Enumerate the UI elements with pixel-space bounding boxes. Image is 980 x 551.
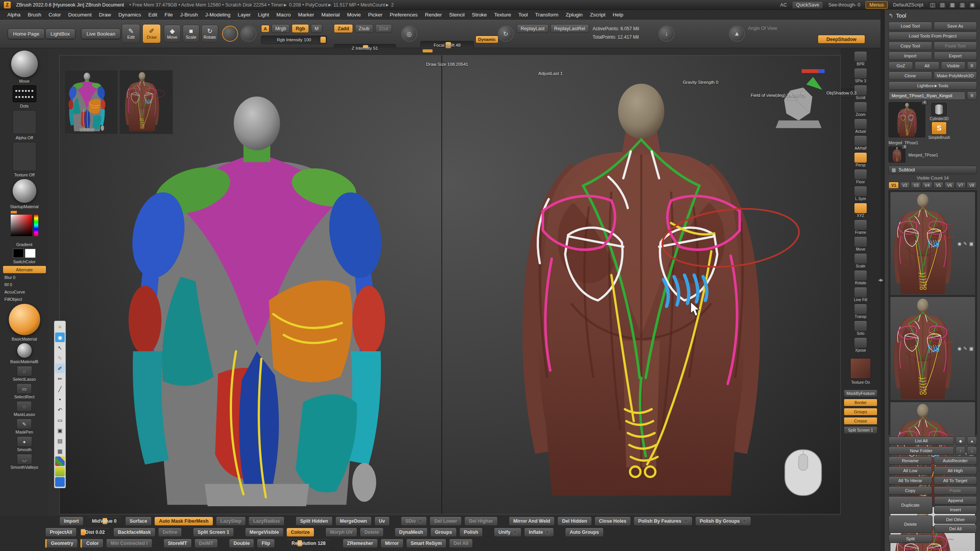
all-low-button[interactable]: All Low (889, 466, 932, 475)
all-to-hierarchy-button[interactable]: All To Hierar (889, 476, 932, 485)
autoreorder-button[interactable]: AutoReorder (934, 456, 977, 465)
split-button[interactable]: Split (889, 535, 933, 543)
bottom-button[interactable]: LazyStep (216, 517, 246, 526)
a-toggle[interactable]: A (261, 25, 270, 33)
shelf-button[interactable]: Xpose (854, 337, 867, 353)
visibility-eye-icon[interactable]: ◉ (957, 241, 961, 246)
menu-item[interactable]: Light (255, 11, 273, 18)
goz-r-button[interactable]: R (967, 62, 977, 70)
zcut-button[interactable]: Zcut (375, 24, 392, 33)
alternate-button[interactable]: Alternate (3, 266, 46, 273)
current-brush-thumbnail[interactable] (11, 51, 38, 77)
gravity-icon[interactable]: ↓ (658, 26, 675, 42)
bottom-button[interactable]: Import (59, 517, 83, 526)
bottom-button[interactable]: MergeVisible (245, 528, 284, 537)
accucurve-button[interactable]: AccuCurve (3, 289, 46, 295)
bottom-button[interactable]: Groups (430, 528, 456, 537)
replay-last-button[interactable]: ReplayLast (517, 24, 549, 33)
duplicate-button[interactable]: Duplicate (889, 496, 933, 514)
lightbox-button[interactable]: LightBox (45, 29, 75, 39)
shelf-button[interactable]: Actual (854, 119, 867, 134)
menu-item[interactable]: Document (65, 11, 95, 18)
del-other-button[interactable]: Del Other (934, 515, 977, 524)
bottom-button[interactable]: Smart ReSym (406, 539, 446, 548)
layout-icon[interactable]: ▤ (939, 2, 946, 8)
menu-item[interactable]: Stencil (446, 11, 468, 18)
groups-button[interactable]: Groups (844, 408, 877, 416)
copy-tool-button[interactable]: Copy Tool (889, 42, 932, 50)
fillobject-button[interactable]: FillObject (3, 297, 46, 302)
palette-blue-swatch[interactable] (55, 477, 65, 487)
menu-item[interactable]: Texture (491, 11, 514, 18)
switch-color-swatches[interactable] (13, 249, 36, 258)
shelf-button[interactable]: AAHalf (854, 135, 867, 151)
menu-item[interactable]: Zscript (586, 11, 609, 18)
bottom-button[interactable]: Split Screen 1 (193, 528, 234, 537)
bottom-button[interactable]: Colorize (286, 528, 314, 537)
menu-item[interactable]: Dynamics (115, 11, 144, 18)
bottom-button[interactable]: Mirror And Weld (509, 517, 555, 526)
menu-item[interactable]: J-Modeling (202, 11, 234, 18)
bottom-button[interactable]: Del Lower (430, 517, 462, 526)
insert-button[interactable]: Insert (934, 505, 977, 514)
export-button[interactable]: Export (934, 52, 977, 60)
divider-arrows-icon[interactable]: ◀▶ (878, 278, 882, 282)
version-tab[interactable]: V8 (967, 182, 977, 189)
bottom-button[interactable]: Unify (494, 528, 521, 537)
menu-item[interactable]: Tool (515, 11, 531, 18)
cylinder3d-thumbnail[interactable] (931, 103, 947, 116)
menu-item[interactable]: Help (609, 11, 627, 18)
load-tool-button[interactable]: Load Tool (889, 22, 932, 30)
basic-material-b-thumbnail[interactable] (17, 343, 32, 358)
bottom-button[interactable]: Double (229, 539, 254, 548)
mask-pen-brush[interactable]: ✎ MaskPen (16, 419, 33, 435)
smooth-valleys-brush[interactable]: ◡ SmoothValleys (10, 454, 38, 470)
alpha-thumbnail[interactable] (13, 110, 36, 134)
color-picker[interactable] (11, 211, 38, 241)
menu-item[interactable]: Stroke (469, 11, 490, 18)
15겹[interactable]: 15겹 ◉ ✎ ▣ (890, 297, 975, 400)
shelf-button[interactable]: Persp (854, 152, 867, 168)
dot-tool-icon[interactable]: • (55, 395, 65, 404)
visibility-eye-icon[interactable]: ◉ (957, 346, 961, 351)
menu-item[interactable]: Transform (532, 11, 562, 18)
version-tab[interactable]: V7 (956, 182, 966, 189)
bottom-button[interactable]: Del Hidden (557, 517, 591, 526)
bottom-button[interactable]: Color (80, 539, 103, 548)
all-to-target-button[interactable]: All To Target (934, 476, 977, 485)
render-cube-icon[interactable]: ▣ (969, 346, 973, 351)
menu-item[interactable]: Alpha (4, 11, 24, 18)
new-folder-button[interactable]: New Folder (889, 447, 954, 455)
trash-icon[interactable]: ▭ (55, 415, 65, 425)
menu-item[interactable]: Marker (295, 11, 318, 18)
bottom-button[interactable]: ProjectAll (45, 528, 77, 537)
simplebrush-thumbnail[interactable]: S (931, 122, 947, 135)
bottom-button[interactable]: Morph UV (325, 528, 357, 537)
undo-icon[interactable]: ↶ (55, 405, 65, 414)
bottom-button[interactable]: Delete (360, 528, 384, 537)
mask-by-feature-button[interactable]: MaskByFeature (844, 390, 877, 397)
split-screen-button[interactable]: Split Screen 1 (844, 426, 877, 434)
select-lasso-brush[interactable]: ◌ SelectLasso (13, 366, 36, 382)
menu-item[interactable]: Color (45, 11, 64, 18)
palette-greenyellow-swatch[interactable] (55, 467, 65, 476)
lightbox-tools-button[interactable]: Lightbox►Tools (889, 82, 977, 90)
shelf-button[interactable]: Scale (854, 253, 867, 269)
bottom-button[interactable]: Polish (459, 528, 483, 537)
menu-item[interactable]: Preferences (386, 11, 421, 18)
bottom-button[interactable]: LazyRadius (248, 517, 284, 526)
rgb-button[interactable]: Rgb (292, 24, 309, 33)
menu-item[interactable]: Movie (344, 11, 364, 18)
version-tab[interactable]: V2 (900, 182, 910, 189)
gallery-icon[interactable]: ▦ (55, 446, 65, 456)
select-up-icon[interactable]: ◆ (956, 437, 965, 445)
move-down-icon[interactable]: ↓ (967, 447, 977, 455)
bottom-button[interactable]: Del All (449, 539, 473, 548)
menu-item[interactable]: File (161, 11, 176, 18)
rf-slider[interactable]: Rf 0 (3, 282, 46, 288)
shelf-button[interactable]: Rotate (854, 270, 867, 285)
highlighter-icon[interactable]: ✐ (55, 364, 65, 373)
grid-icon[interactable]: ▦ (949, 2, 956, 8)
goz-button[interactable]: GoZ (889, 62, 913, 70)
menu-item[interactable]: Layer (234, 11, 254, 18)
